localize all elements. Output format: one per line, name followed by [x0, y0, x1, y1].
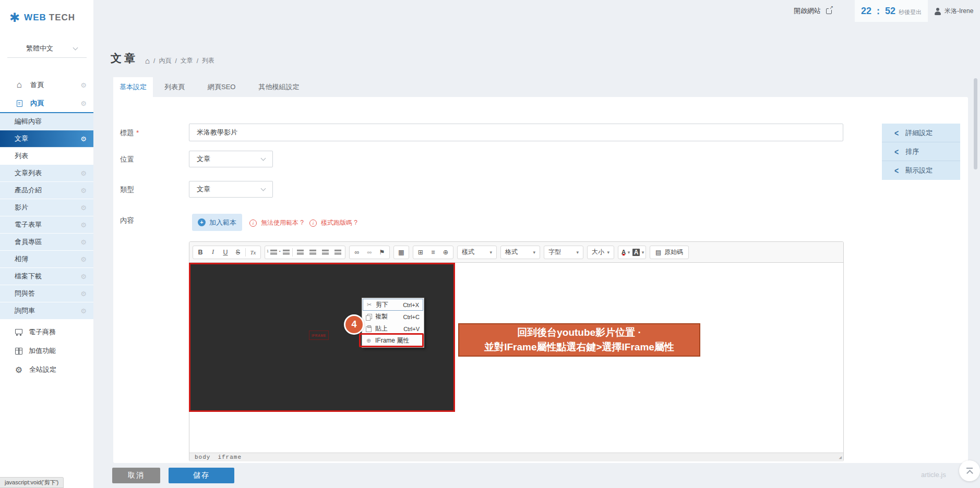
cancel-button[interactable]: 取消 [112, 468, 160, 483]
add-template-button[interactable]: + 加入範本 [192, 214, 242, 231]
context-menu-label: 複製 [375, 312, 388, 321]
styles-select[interactable]: 樣式 ▾ [457, 246, 497, 259]
sidebar-item-article[interactable]: 文章 ⚙ [0, 130, 93, 148]
text-color-button[interactable]: A ▾ [619, 247, 632, 258]
sidebar-item-site-settings[interactable]: ⚙ 全站設定 [0, 360, 93, 379]
gear-icon[interactable]: ⚙ [80, 307, 87, 315]
side-panel-display-settings[interactable]: < 顯示設定 [882, 161, 960, 180]
size-select[interactable]: 大小 ▾ [587, 246, 614, 259]
style-help-link[interactable]: i 樣式跑版嗎 ? [309, 218, 357, 227]
source-button[interactable]: ▤ 原始碼 [651, 247, 687, 258]
save-button[interactable]: 儲存 [169, 468, 234, 483]
user-menu[interactable]: 米洛-Irene [934, 7, 973, 16]
open-site-link[interactable]: 開啟網站 [794, 6, 832, 16]
toolbar-group-insert: ⊞ ≡ ⊕ [413, 246, 453, 259]
underline-button[interactable]: U [219, 247, 232, 258]
gear-icon[interactable]: ⚙ [80, 187, 87, 194]
table-button[interactable]: ⊞ [414, 247, 427, 258]
tab-list-page[interactable]: 列表頁 [153, 77, 196, 97]
bold-button[interactable]: B [194, 247, 207, 258]
sidebar-item-list[interactable]: 列表 [0, 148, 93, 165]
format-select[interactable]: 格式 ▾ [500, 246, 540, 259]
iframe-placeholder[interactable]: IFRAME [309, 331, 329, 340]
image-button[interactable]: ▦ [395, 247, 408, 258]
resize-grip-icon[interactable]: ◢ [839, 455, 842, 460]
sidebar-item-article-list[interactable]: 文章列表 ⚙ [0, 165, 93, 182]
context-menu-item-paste[interactable]: 貼上 Ctrl+V [363, 323, 423, 335]
breadcrumb-link[interactable]: 文章 [181, 56, 193, 65]
gear-icon[interactable]: ⚙ [80, 290, 87, 298]
side-panel-label: 詳細設定 [905, 128, 933, 138]
type-select[interactable]: 文章 [189, 181, 273, 198]
gear-icon[interactable]: ⚙ [80, 238, 87, 246]
sidebar-item-eforms[interactable]: 電子表單 ⚙ [0, 216, 93, 234]
link-button[interactable]: ∞ [351, 247, 363, 258]
side-panel-detail-settings[interactable]: < 詳細設定 [882, 124, 960, 142]
gear-icon[interactable]: ⚙ [80, 204, 87, 212]
sidebar-item-products[interactable]: 產品介紹 ⚙ [0, 182, 93, 199]
strikethrough-button[interactable]: S [232, 247, 244, 258]
scissors-icon: ✂ [365, 301, 373, 308]
horizontal-line-button[interactable]: ≡ [427, 247, 439, 258]
sidebar-item-albums[interactable]: 相簿 ⚙ [0, 251, 93, 268]
gear-icon[interactable]: ⚙ [80, 135, 87, 143]
breadcrumb-link[interactable]: 列表 [202, 56, 214, 65]
font-select[interactable]: 字型 ▾ [544, 246, 583, 259]
timer-separator: ： [874, 5, 883, 17]
title-input[interactable] [189, 124, 843, 141]
user-icon [934, 8, 941, 15]
chevron-left-icon: < [894, 147, 899, 156]
element-path-iframe[interactable]: iframe [218, 454, 242, 460]
sidebar-item-inquiry-cart[interactable]: 詢問車 ⚙ [0, 302, 93, 320]
gear-icon[interactable]: ⚙ [80, 273, 87, 280]
remove-format-button[interactable]: Tx [247, 247, 259, 258]
unlink-button[interactable]: ∞ [363, 247, 376, 258]
required-mark: * [136, 129, 139, 137]
background-color-button[interactable]: A ▾ [632, 247, 644, 258]
tab-basic-settings[interactable]: 基本設定 [113, 77, 153, 97]
tab-other-modules[interactable]: 其他模組設定 [247, 77, 310, 97]
align-left-button[interactable] [294, 247, 306, 258]
brand-word-2: TECH [49, 13, 75, 23]
template-help-link[interactable]: i 無法使用範本 ? [249, 218, 304, 227]
breadcrumb-home-icon[interactable]: ⌂ [145, 56, 150, 65]
sidebar-item-addons[interactable]: 加值功能 [0, 341, 93, 360]
sidebar-item-edit-content[interactable]: 編輯內容 [0, 113, 93, 130]
sidebar-item-qa[interactable]: 問與答 ⚙ [0, 285, 93, 302]
italic-button[interactable]: I [207, 247, 219, 258]
ordered-list-button[interactable] [266, 247, 279, 258]
page-scrollbar-thumb[interactable] [974, 78, 977, 169]
source-doc-icon: ▤ [655, 249, 661, 256]
sidebar-item-members[interactable]: 會員專區 ⚙ [0, 234, 93, 251]
breadcrumb-link[interactable]: 內頁 [159, 56, 171, 65]
context-menu-item-iframe-properties[interactable]: ⊕ IFrame 屬性 [363, 335, 423, 347]
justify-button[interactable] [331, 247, 344, 258]
sidebar-item-videos[interactable]: 影片 ⚙ [0, 199, 93, 216]
side-panel: < 詳細設定 < 排序 < 顯示設定 [882, 124, 960, 180]
cart-icon [15, 328, 22, 336]
sidebar-item-downloads[interactable]: 檔案下載 ⚙ [0, 268, 93, 285]
scroll-to-top-button[interactable] [959, 460, 980, 481]
sidebar-item-inner-pages[interactable]: 內頁 ⚙ [0, 94, 93, 113]
element-path-body[interactable]: body [195, 454, 210, 460]
gear-icon[interactable]: ⚙ [80, 81, 87, 89]
anchor-button[interactable]: ⚑ [376, 247, 388, 258]
language-selector[interactable]: 繁體中文 [7, 44, 87, 58]
logo[interactable]: ✱ WEB TECH [9, 11, 75, 24]
context-menu-item-cut[interactable]: ✂ 剪下 Ctrl+X [363, 299, 423, 311]
iframe-button[interactable]: ⊕ [439, 247, 452, 258]
position-select[interactable]: 文章 [189, 151, 273, 167]
scroll-top-icon [966, 468, 973, 474]
align-center-button[interactable] [306, 247, 319, 258]
align-right-button[interactable] [319, 247, 331, 258]
side-panel-sort[interactable]: < 排序 [882, 142, 960, 161]
gear-icon[interactable]: ⚙ [80, 100, 87, 107]
tab-seo[interactable]: 網頁SEO [196, 77, 247, 97]
context-menu-item-copy[interactable]: 複製 Ctrl+C [363, 311, 423, 323]
gear-icon[interactable]: ⚙ [80, 255, 87, 263]
sidebar-item-ecommerce[interactable]: 電子商務 [0, 323, 93, 341]
unordered-list-button[interactable] [279, 247, 291, 258]
sidebar-item-home[interactable]: ⌂ 首頁 ⚙ [0, 76, 93, 94]
gear-icon[interactable]: ⚙ [80, 169, 87, 177]
gear-icon[interactable]: ⚙ [80, 221, 87, 229]
